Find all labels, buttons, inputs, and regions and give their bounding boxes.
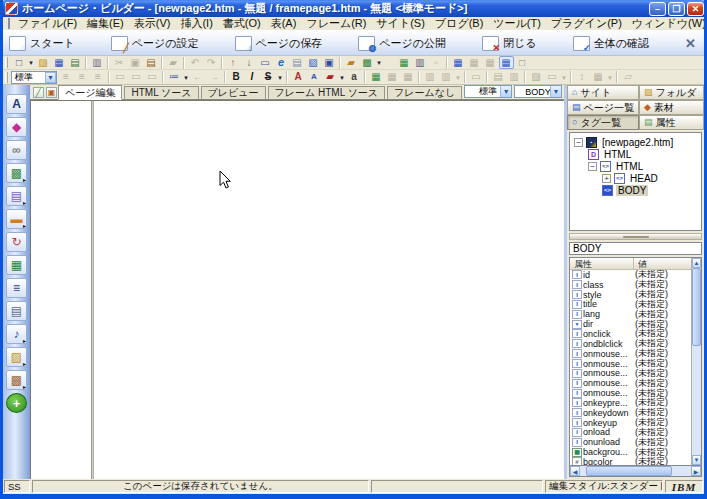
insert-media-icon[interactable]: ♪ ▸	[6, 324, 27, 344]
expander-icon[interactable]	[588, 162, 597, 171]
tag-select[interactable]: BODY ▼	[514, 85, 562, 98]
save-icon[interactable]: ▦	[52, 56, 67, 69]
page-save-button[interactable]: ページの保存	[235, 36, 323, 51]
tab-site[interactable]: ⌂ サイト	[567, 85, 639, 100]
menu-item[interactable]: サイト(S)	[371, 17, 429, 31]
insert-logo-icon[interactable]: ◆	[6, 117, 27, 137]
bold-icon[interactable]: B	[229, 71, 244, 84]
indent-icon[interactable]: →	[207, 71, 222, 84]
menu-item[interactable]: 書式(O)	[218, 17, 266, 31]
tab-page-list[interactable]: ▤ ページ一覧	[567, 100, 639, 115]
frame-right-pane[interactable]	[94, 101, 564, 479]
menu-item[interactable]: 挿入(I)	[175, 17, 217, 31]
border-style-icon[interactable]: ▭	[545, 71, 560, 84]
attribute-value[interactable]: (未指定)	[635, 455, 691, 465]
menu-item[interactable]: ツール(T)	[488, 17, 546, 31]
menu-item[interactable]: ブログ(B)	[430, 17, 488, 31]
table-grid-icon[interactable]: ▦	[397, 56, 412, 69]
position-middle-icon[interactable]: ▭	[129, 71, 144, 84]
insert-image-menu-icon[interactable]: ▩ ▸	[6, 163, 27, 183]
col-insert-icon[interactable]: ▦	[401, 71, 416, 84]
menu-item[interactable]: 表(A)	[266, 17, 302, 31]
font-shrink-icon[interactable]: A	[307, 71, 322, 84]
editor-tab[interactable]: プレビュー	[201, 86, 266, 99]
open-folder-icon[interactable]: ▨ ▸	[6, 347, 27, 367]
menu-item[interactable]: フレーム(R)	[301, 17, 371, 31]
ruby-icon[interactable]: a	[347, 71, 362, 84]
title-bar[interactable]: ホームページ・ビルダー - [newpage2.htm - 無題 / frame…	[0, 0, 707, 17]
horizontal-scrollbar[interactable]: ◀ ▶	[569, 466, 702, 477]
italic-icon[interactable]: I	[245, 71, 260, 84]
tab-attribute[interactable]: ▤ 属性	[639, 115, 704, 130]
redo-icon[interactable]: ↷	[204, 56, 219, 69]
scrollbar-thumb[interactable]	[692, 268, 701, 346]
mode-focus-icon[interactable]: ▦	[499, 56, 514, 69]
calc-arrow-icon[interactable]: ▾	[607, 71, 614, 84]
editor-tab[interactable]: フレーム HTML ソース	[268, 86, 386, 99]
tree-node-label[interactable]: [newpage2.htm]	[600, 137, 675, 148]
maximize-button[interactable]: ❐	[668, 2, 685, 16]
bullet-list-icon[interactable]: ≔	[167, 71, 182, 84]
menu-item[interactable]: ウィンドウ(W)	[627, 17, 707, 31]
split-row-icon[interactable]: ▤	[491, 71, 506, 84]
tree-node-label[interactable]: HEAD	[628, 173, 660, 184]
scroll-down-icon[interactable]: ▼	[692, 455, 701, 465]
edit-pen-icon[interactable]: ▰	[344, 56, 359, 69]
open-file-icon[interactable]: ▨	[36, 56, 51, 69]
menu-item[interactable]: 編集(E)	[82, 17, 129, 31]
page-close-button[interactable]: 閉じる	[482, 36, 537, 51]
tab-folder[interactable]: ▨ フォルダ	[639, 85, 704, 100]
insert-table-icon[interactable]: ▦	[6, 255, 27, 275]
split-col-icon[interactable]: ▥	[507, 71, 522, 84]
menu-item[interactable]: 表示(V)	[129, 17, 176, 31]
insert-layout-icon[interactable]: ▤ ▸	[6, 186, 27, 206]
align-right-icon[interactable]: ≡	[91, 71, 106, 84]
screen-preview-icon[interactable]: ▣	[322, 56, 337, 69]
tree-node-label[interactable]: HTML	[602, 149, 633, 160]
tab-material[interactable]: ◆ 素材	[639, 100, 704, 115]
browser-preview-icon[interactable]: ▭	[258, 56, 273, 69]
row-insert-icon[interactable]: ▦	[385, 71, 400, 84]
insert-rollover-icon[interactable]: ↻	[6, 232, 27, 252]
outdent-icon[interactable]: ←	[191, 71, 206, 84]
insert-image-icon[interactable]: ▩	[360, 56, 375, 69]
page-open-icon[interactable]: ▧	[306, 56, 321, 69]
mode-blank-icon[interactable]: □	[515, 56, 530, 69]
scroll-right-icon[interactable]: ▶	[691, 466, 701, 476]
insert-image-arrow-icon[interactable]: ▾	[376, 56, 383, 69]
print-icon[interactable]: ▥	[90, 56, 105, 69]
calc-icon[interactable]: ▦	[591, 71, 606, 84]
attribute-row[interactable]: # bgcolor (未指定)	[570, 457, 691, 465]
panel-splitter[interactable]	[569, 233, 702, 240]
col-delete-icon[interactable]: ▥	[439, 71, 454, 84]
paragraph-style-select[interactable]: 標準 ▼	[11, 71, 57, 84]
align-left-icon[interactable]: ≡	[59, 71, 74, 84]
insert-link-icon[interactable]: ∞	[6, 140, 27, 160]
editor-tab[interactable]: フレームなし	[387, 86, 462, 99]
frame-left-pane[interactable]	[31, 101, 92, 479]
tree-node-label-selected[interactable]: BODY	[616, 185, 648, 196]
expander-icon[interactable]	[602, 174, 611, 183]
minimize-button[interactable]: –	[649, 2, 666, 16]
menu-item[interactable]: プラグイン(P)	[546, 17, 627, 31]
scroll-left-icon[interactable]: ◀	[570, 466, 580, 476]
copy-icon[interactable]: ▣	[128, 56, 143, 69]
tab-tag-list[interactable]: ○ タグ一覧	[567, 115, 639, 130]
text-color-icon[interactable]: ▰	[323, 71, 338, 84]
attr-column-header[interactable]: 属性	[570, 258, 634, 269]
page-list-icon[interactable]: ▤	[290, 56, 305, 69]
scroll-up-icon[interactable]: ▲	[692, 258, 701, 268]
col-delete-arrow-icon[interactable]: ▾	[455, 71, 462, 84]
insert-rule-icon[interactable]: ▬ ▸	[6, 209, 27, 229]
text-color-arrow-icon[interactable]: ▾	[339, 71, 346, 84]
strike-arrow-icon[interactable]: ▾	[277, 71, 284, 84]
vertical-scrollbar[interactable]: ▲ ▼	[691, 257, 702, 466]
scrollbar-thumb[interactable]	[586, 466, 672, 476]
site-download-icon[interactable]: ↓	[242, 56, 257, 69]
editor-tab[interactable]: HTML ソース	[124, 86, 198, 99]
font-enlarge-icon[interactable]: A	[291, 71, 306, 84]
cell-color-icon[interactable]: ▨	[529, 71, 544, 84]
tools-icon[interactable]: ✕	[685, 36, 696, 51]
tree-node-label[interactable]: HTML	[614, 161, 645, 172]
paste-icon[interactable]: ▤	[144, 56, 159, 69]
